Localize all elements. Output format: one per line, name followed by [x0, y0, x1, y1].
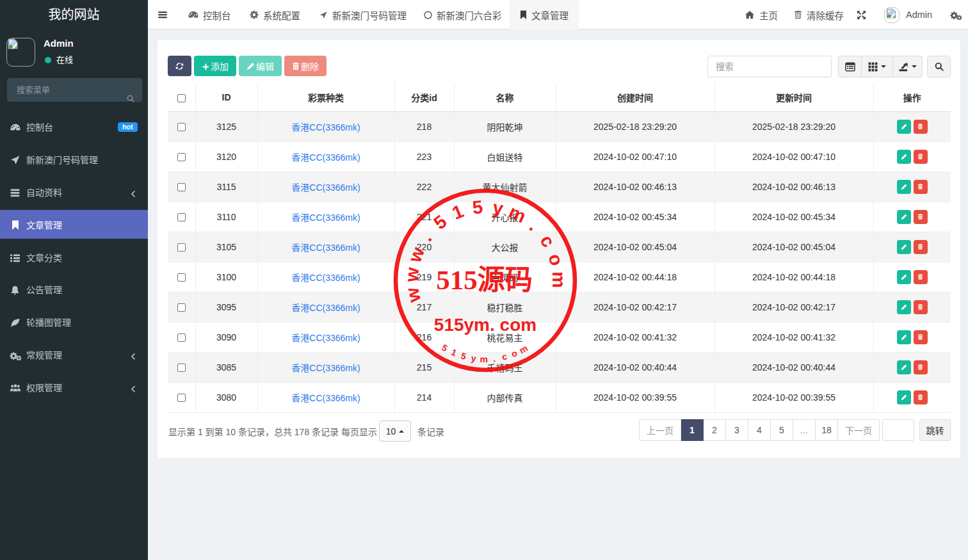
svg-text:515源码: 515源码 — [436, 265, 533, 295]
svg-text:m: m — [517, 343, 529, 356]
svg-text:.: . — [526, 216, 543, 235]
svg-text:y: y — [491, 197, 504, 219]
svg-text:c: c — [501, 351, 508, 362]
svg-text:w: w — [401, 266, 423, 283]
svg-text:w: w — [404, 244, 428, 266]
svg-text:515ym. com: 515ym. com — [434, 315, 536, 335]
svg-text:m: m — [480, 354, 488, 364]
svg-text:1: 1 — [449, 347, 458, 358]
svg-text:c: c — [536, 231, 559, 251]
svg-text:5: 5 — [460, 350, 467, 362]
svg-text:5: 5 — [471, 196, 483, 218]
svg-text:o: o — [544, 252, 567, 268]
svg-text:.: . — [492, 353, 496, 364]
svg-text:o: o — [510, 348, 519, 359]
svg-text:1: 1 — [449, 200, 467, 223]
svg-text:.: . — [416, 228, 436, 244]
svg-text:y: y — [471, 353, 477, 364]
svg-text:m: m — [506, 201, 529, 227]
svg-text:5: 5 — [430, 211, 450, 234]
svg-text:5: 5 — [440, 342, 449, 354]
svg-text:m: m — [549, 271, 569, 288]
svg-text:w: w — [401, 285, 424, 305]
